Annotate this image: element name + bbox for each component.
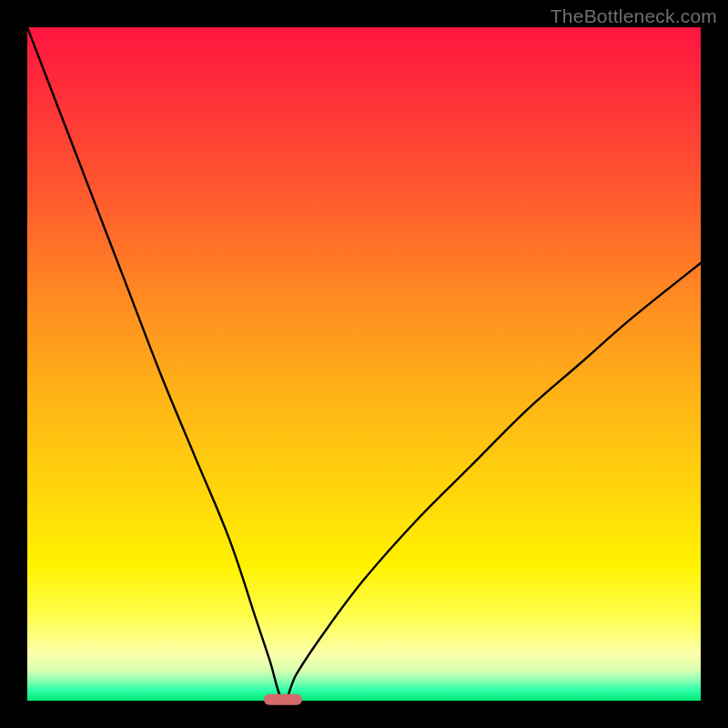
bottleneck-curve-path: [27, 27, 701, 701]
plot-area: [27, 27, 701, 701]
outer-frame: TheBottleneck.com: [0, 0, 728, 728]
curve-svg: [27, 27, 701, 701]
watermark-text: TheBottleneck.com: [551, 5, 717, 27]
min-marker: [264, 694, 302, 705]
